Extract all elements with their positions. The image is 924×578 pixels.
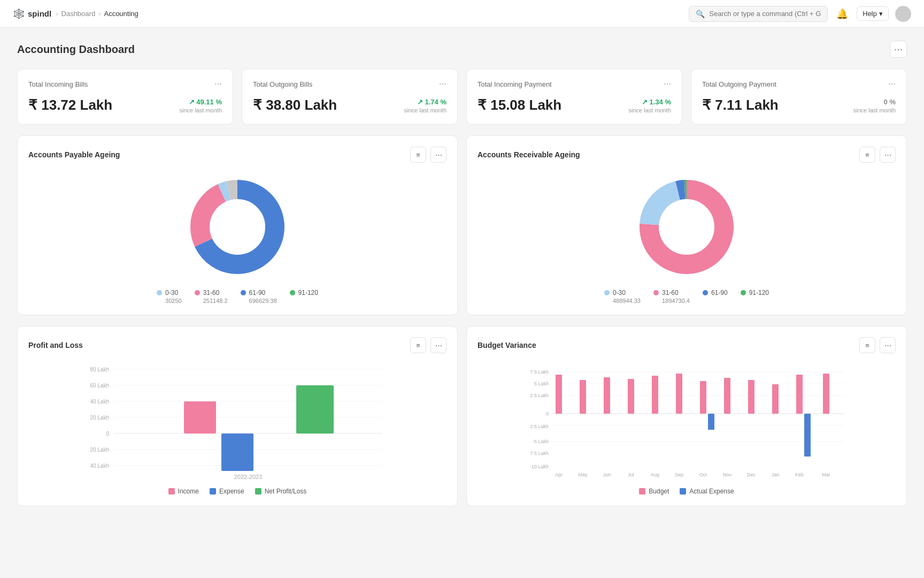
breadcrumb: › Dashboard › Accounting [56,10,138,18]
kpi-body: ₹ 15.08 Lakh ↗ 1.34 % since last month [478,97,671,113]
navbar-left: 🕸️ spindl › Dashboard › Accounting [13,8,138,20]
kpi-value: ₹ 13.72 Lakh [28,97,112,113]
notification-bell-button[interactable]: 🔔 [834,6,850,22]
svg-text:Aug: Aug [651,472,659,477]
accounts-payable-card: Accounts Payable Ageing ≡ ⋯ 0-30 [17,135,458,315]
kpi-card-total-outgoing-bills: Total Outgoing Bills ⋯ ₹ 38.80 Lakh ↗ 1.… [242,69,458,125]
svg-text:Nov: Nov [723,472,732,477]
pnl-more-button[interactable]: ⋯ [430,337,446,353]
bv-title: Budget Variance [478,341,536,349]
svg-text:Dec: Dec [747,472,756,477]
rec-legend-item-61-90: 61-90 [703,289,728,304]
payable-more-button[interactable]: ⋯ [430,147,446,163]
svg-text:2.5 Lakh: 2.5 Lakh [530,424,549,429]
payable-donut-wrap: 0-30 30250 31-60 251148.2 61-90 696629.3… [28,173,446,304]
main-content: Accounting Dashboard ⋯ Total Incoming Bi… [0,28,924,530]
kpi-menu-button[interactable]: ⋯ [888,80,896,88]
payable-donut-chart [184,173,291,280]
bv-filter-button[interactable]: ≡ [859,337,875,353]
svg-rect-52 [772,384,779,414]
svg-text:May: May [578,472,588,477]
svg-text:60 Lakh: 60 Lakh [90,383,109,389]
svg-rect-55 [823,374,829,414]
svg-rect-48 [700,381,706,414]
kpi-header: Total Outgoing Bills ⋯ [253,80,446,88]
bv-legend: Budget Actual Expense [478,488,896,495]
svg-rect-45 [628,379,634,414]
breadcrumb-dashboard[interactable]: Dashboard [61,10,96,18]
legend-item-91-120: 91-120 [290,289,318,304]
kpi-body: ₹ 38.80 Lakh ↗ 1.74 % since last month [253,97,446,113]
navbar-right: 🔍 🔔 Help ▾ [689,6,911,22]
help-button[interactable]: Help ▾ [857,6,889,21]
svg-text:Jan: Jan [772,472,780,477]
kpi-pct: ↗ 49.11 % [180,98,222,106]
svg-text:-5 Lakh: -5 Lakh [533,439,549,444]
kpi-body: ₹ 13.72 Lakh ↗ 49.11 % since last month [28,97,222,113]
kpi-body: ₹ 7.11 Lakh 0 % since last month [702,97,896,113]
kpi-header: Total Outgoing Payment ⋯ [702,80,896,88]
logo: 🕸️ spindl [13,8,51,20]
kpi-title: Total Outgoing Payment [702,80,776,88]
kpi-menu-button[interactable]: ⋯ [439,80,446,88]
search-bar[interactable]: 🔍 [689,6,828,22]
svg-rect-47 [676,374,682,414]
svg-rect-54 [804,414,811,457]
rec-legend-item-31-60: 31-60 1894730.4 [653,289,690,304]
rec-legend-item-91-120: 91-120 [741,289,769,304]
svg-text:5 Lakh: 5 Lakh [534,381,549,386]
svg-text:Oct: Oct [699,472,707,477]
accounts-receivable-header: Accounts Receivable Ageing ≡ ⋯ [478,147,896,163]
svg-text:7.5 Lakh: 7.5 Lakh [530,369,549,375]
kpi-since: since last month [404,107,446,113]
svg-text:Apr: Apr [555,472,563,477]
svg-rect-42 [556,375,562,414]
breadcrumb-accounting[interactable]: Accounting [104,10,138,18]
page-more-button[interactable]: ⋯ [890,41,907,58]
kpi-menu-button[interactable]: ⋯ [214,80,222,88]
svg-text:0: 0 [106,431,109,437]
pnl-legend-net: Net Profit/Loss [255,488,307,495]
svg-text:2.5 Lakh: 2.5 Lakh [530,393,549,398]
kpi-value: ₹ 15.08 Lakh [478,97,561,113]
legend-item-0-30: 0-30 30250 [157,289,182,304]
search-icon: 🔍 [696,10,705,18]
kpi-since: since last month [853,107,896,113]
kpi-value: ₹ 38.80 Lakh [253,97,337,113]
svg-text:Feb: Feb [795,472,804,477]
svg-rect-26 [296,385,334,434]
svg-text:40 Lakh: 40 Lakh [90,463,109,469]
ageing-charts-row: Accounts Payable Ageing ≡ ⋯ 0-30 [17,135,907,315]
pnl-title: Profit and Loss [28,341,83,349]
svg-rect-25 [221,434,253,471]
receivable-filter-button[interactable]: ≡ [859,147,875,163]
kpi-value: ₹ 7.11 Lakh [702,97,779,113]
chevron-down-icon: ▾ [879,10,883,18]
kpi-menu-button[interactable]: ⋯ [664,80,671,88]
pnl-legend-income: Income [168,488,199,495]
kpi-change: 0 % since last month [853,98,896,113]
pnl-legend-expense: Expense [210,488,244,495]
kpi-change: ↗ 49.11 % since last month [180,98,222,113]
bv-legend-budget: Budget [639,488,669,495]
receivable-legend: 0-30 488944.33 31-60 1894730.4 61-90 91-… [604,289,769,304]
svg-text:Mar: Mar [822,472,830,477]
bv-header: Budget Variance ≡ ⋯ [478,337,896,353]
receivable-more-button[interactable]: ⋯ [880,147,896,163]
svg-rect-53 [796,375,803,414]
avatar[interactable] [895,6,911,22]
pnl-filter-button[interactable]: ≡ [410,337,426,353]
search-input[interactable] [709,10,821,18]
kpi-row: Total Incoming Bills ⋯ ₹ 13.72 Lakh ↗ 49… [17,69,907,125]
accounts-payable-title: Accounts Payable Ageing [28,150,120,159]
payable-filter-button[interactable]: ≡ [410,147,426,163]
page-title: Accounting Dashboard [17,43,135,56]
kpi-title: Total Incoming Bills [28,80,88,88]
svg-text:2022-2023: 2022-2023 [234,474,263,480]
kpi-pct: ↗ 1.74 % [404,98,446,106]
kpi-since: since last month [629,107,671,113]
budget-variance-card: Budget Variance ≡ ⋯ 7.5 Lakh 5 Lakh 2.5 … [466,326,907,506]
svg-text:7.5 Lakh: 7.5 Lakh [530,451,549,456]
bv-more-button[interactable]: ⋯ [880,337,896,353]
logo-icon: 🕸️ [13,8,25,20]
